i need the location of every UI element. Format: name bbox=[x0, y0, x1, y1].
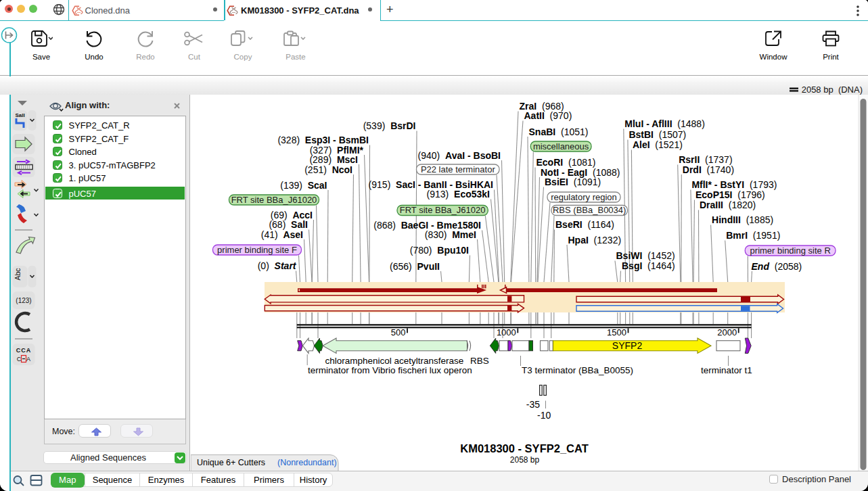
svg-text:primer binding site R: primer binding site R bbox=[750, 246, 831, 256]
svg-text:T3 terminator (BBa_B0055): T3 terminator (BBa_B0055) bbox=[522, 365, 633, 375]
svg-text:BmrI (1951): BmrI (1951) bbox=[726, 230, 780, 241]
svg-text:(656) PvuII: (656) PvuII bbox=[390, 261, 440, 272]
svg-text:(539) BsrDI: (539) BsrDI bbox=[363, 120, 416, 131]
svg-text:P22 late terminator: P22 late terminator bbox=[421, 164, 496, 174]
svg-text:C: C bbox=[17, 356, 22, 363]
svg-text:FRT site BBa_J61020: FRT site BBa_J61020 bbox=[231, 195, 317, 205]
svg-text:Abc: Abc bbox=[14, 268, 22, 280]
svg-text:Unique 6+ Cutters: Unique 6+ Cutters bbox=[197, 458, 265, 467]
svg-text:FRT site BBa_J61020: FRT site BBa_J61020 bbox=[400, 205, 486, 215]
svg-text:(913) Eco53kI: (913) Eco53kI bbox=[427, 189, 490, 200]
svg-text:(289) MscI: (289) MscI bbox=[309, 154, 358, 165]
svg-text:(123): (123) bbox=[16, 297, 31, 304]
svg-text:BsgI (1464): BsgI (1464) bbox=[622, 260, 675, 271]
svg-text:primer binding site F: primer binding site F bbox=[217, 245, 297, 255]
svg-text:RBS: RBS bbox=[470, 356, 489, 366]
svg-text:terminator t1: terminator t1 bbox=[701, 365, 752, 375]
svg-text:regulatory region: regulatory region bbox=[551, 192, 617, 202]
svg-text:1000: 1000 bbox=[497, 327, 516, 337]
svg-text:(0) Start: (0) Start bbox=[258, 260, 297, 271]
svg-text:2000: 2000 bbox=[717, 327, 737, 337]
svg-text:1500: 1500 bbox=[607, 327, 626, 337]
svg-text:BseRI (1164): BseRI (1164) bbox=[555, 219, 614, 230]
svg-text:MluI - AflIII (1488): MluI - AflIII (1488) bbox=[624, 118, 705, 129]
svg-text:HpaI (1232): HpaI (1232) bbox=[568, 235, 622, 246]
svg-text:terminator from Vibrio fischer: terminator from Vibrio fischeri lux oper… bbox=[308, 365, 472, 375]
svg-text:(830) MmeI: (830) MmeI bbox=[425, 229, 476, 240]
svg-text:DraIII (1820): DraIII (1820) bbox=[700, 200, 756, 210]
svg-text:SalI: SalI bbox=[15, 112, 24, 118]
svg-text:CCA: CCA bbox=[16, 347, 32, 354]
svg-text:End (2058): End (2058) bbox=[752, 261, 802, 272]
svg-text:AatII (970): AatII (970) bbox=[524, 110, 572, 121]
svg-text:(Nonredundant): (Nonredundant) bbox=[277, 458, 337, 467]
svg-text:BstBI (1507): BstBI (1507) bbox=[629, 129, 686, 140]
svg-text:HindIII (1885): HindIII (1885) bbox=[712, 214, 773, 225]
svg-text:BsiEI (1091): BsiEI (1091) bbox=[545, 177, 601, 187]
svg-text:miscellaneous: miscellaneous bbox=[533, 141, 589, 151]
svg-text:(780) Bpu10I: (780) Bpu10I bbox=[410, 245, 469, 256]
svg-text:SnaBI (1051): SnaBI (1051) bbox=[529, 126, 589, 137]
svg-text:EcoP15I (1796): EcoP15I (1796) bbox=[695, 189, 765, 200]
svg-text:(251) NcoI: (251) NcoI bbox=[304, 164, 352, 175]
svg-text:500: 500 bbox=[391, 327, 406, 337]
svg-text:KM018300 - SYFP2_CAT: KM018300 - SYFP2_CAT bbox=[460, 442, 589, 454]
svg-text:-35: -35 bbox=[526, 399, 540, 410]
svg-text:chloramphenicol acetyltransfer: chloramphenicol acetyltransferase bbox=[325, 356, 464, 366]
svg-text:2058 bp: 2058 bp bbox=[510, 455, 540, 465]
svg-text:(41) AseI: (41) AseI bbox=[261, 229, 303, 240]
svg-text:AleI (1521): AleI (1521) bbox=[633, 139, 683, 150]
svg-text:(139) ScaI: (139) ScaI bbox=[280, 180, 327, 191]
svg-text:RBS (BBa_B0034): RBS (BBa_B0034) bbox=[553, 205, 626, 215]
svg-text:A: A bbox=[26, 356, 30, 363]
svg-text:(940) AvaI - BsoBI: (940) AvaI - BsoBI bbox=[418, 150, 501, 161]
svg-text:MflI* - BstYI (1793): MflI* - BstYI (1793) bbox=[691, 179, 777, 190]
svg-text:DrdI (1740): DrdI (1740) bbox=[683, 164, 734, 175]
svg-text:-10: -10 bbox=[537, 410, 551, 421]
svg-text:BsiWI (1452): BsiWI (1452) bbox=[616, 250, 675, 261]
svg-text:SYFP2: SYFP2 bbox=[612, 340, 643, 351]
